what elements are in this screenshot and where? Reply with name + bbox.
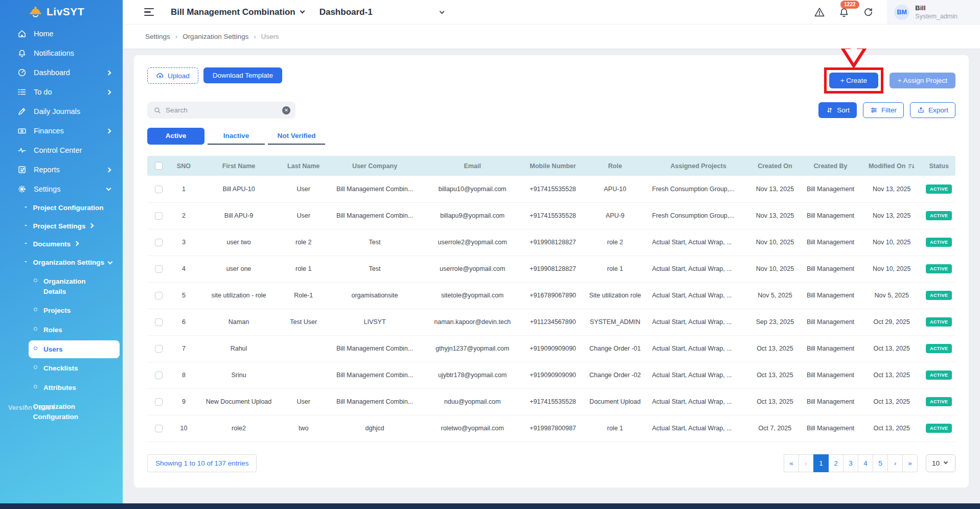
create-button[interactable]: + Create bbox=[829, 73, 878, 88]
table-row[interactable]: 5 site utilization - role Role-1 orgamis… bbox=[147, 282, 955, 309]
page-button[interactable]: 3 bbox=[843, 454, 858, 472]
table-row[interactable]: 7 Rahul Bill Management Combin... gthyjn… bbox=[147, 335, 955, 362]
page-button[interactable]: ‹ bbox=[799, 454, 814, 472]
export-button[interactable]: Export bbox=[910, 102, 955, 118]
tab-inactive[interactable]: Inactive bbox=[208, 128, 265, 145]
table-row[interactable]: 6 Naman Test User LIVSYT naman.kapoor@de… bbox=[147, 309, 955, 335]
sidebar-item-control-center[interactable]: Control Center bbox=[0, 141, 123, 160]
breadcrumb-settings[interactable]: Settings bbox=[145, 33, 170, 40]
row-checkbox[interactable] bbox=[155, 318, 163, 326]
sidebar-item-roles[interactable]: Roles bbox=[29, 321, 120, 339]
sidebar-item-projects[interactable]: Projects bbox=[29, 302, 120, 320]
page-button[interactable]: 1 bbox=[813, 454, 829, 472]
table-row[interactable]: 10 role2 two dghjcd roletwo@yopmail.com … bbox=[147, 415, 955, 442]
breadcrumb-organization-settings[interactable]: Organization Settings bbox=[183, 33, 248, 40]
sidebar-item-finances[interactable]: Finances bbox=[0, 121, 123, 141]
page-button[interactable]: 5 bbox=[873, 454, 888, 472]
table-row[interactable]: 2 Bill APU-9 User Bill Management Combin… bbox=[147, 202, 955, 229]
bullet-icon bbox=[34, 385, 37, 388]
sidebar-item-organization-settings[interactable]: Organization Settings bbox=[0, 253, 123, 272]
cell-created-by: Bill Management bbox=[800, 309, 861, 335]
row-checkbox[interactable] bbox=[155, 186, 163, 193]
row-checkbox[interactable] bbox=[155, 265, 163, 273]
sidebar-item-documents[interactable]: Documents bbox=[0, 235, 123, 253]
breadcrumb: Settings › Organization Settings › Users bbox=[123, 25, 980, 49]
export-icon bbox=[917, 106, 925, 114]
upload-button[interactable]: Upload bbox=[147, 67, 198, 84]
table-row[interactable]: 9 New Document Upload User Bill Manageme… bbox=[147, 388, 955, 415]
project-selector[interactable]: Bill Management Combination bbox=[171, 7, 306, 17]
table-row[interactable]: 1 Bill APU-10 User Bill Management Combi… bbox=[147, 176, 955, 202]
cell-created-on: Nov 10, 2025 bbox=[750, 229, 801, 256]
sidebar-item-settings[interactable]: Settings bbox=[0, 179, 123, 199]
sidebar-item-label: Attributes bbox=[43, 383, 76, 393]
tab-not-verified[interactable]: Not Verified bbox=[268, 128, 325, 145]
cell-created-by: Bill Management bbox=[800, 256, 861, 282]
cell-first-name: user one bbox=[198, 256, 280, 282]
sidebar-item-organization-details[interactable]: Organization Details bbox=[29, 272, 120, 300]
sidebar-item-daily-journals[interactable]: Daily Journals bbox=[0, 102, 123, 121]
search-input[interactable] bbox=[166, 106, 282, 114]
notification-bell-icon[interactable]: 1222 bbox=[838, 7, 850, 18]
download-template-button[interactable]: Download Template bbox=[203, 67, 282, 83]
cell-modified-on: Nov 5, 2025 bbox=[861, 282, 923, 309]
create-annotation-rect: + Create bbox=[824, 67, 883, 94]
tab-active[interactable]: Active bbox=[147, 128, 204, 145]
sidebar-item-home[interactable]: Home bbox=[0, 24, 123, 43]
row-checkbox[interactable] bbox=[155, 425, 163, 432]
row-checkbox[interactable] bbox=[155, 345, 163, 353]
dashboard-chevron-down-icon[interactable] bbox=[439, 9, 444, 14]
app-logo[interactable]: LivSYT bbox=[0, 0, 123, 21]
hardhat-icon bbox=[29, 6, 42, 18]
sidebar-item-organization-configuration[interactable]: Organization Configuration bbox=[0, 398, 123, 426]
cell-modified-on: Nov 10, 2025 bbox=[861, 229, 923, 256]
row-checkbox[interactable] bbox=[155, 239, 163, 246]
table-row[interactable]: 8 Srinu Bill Management Combin... ujybtr… bbox=[147, 362, 955, 388]
select-all-checkbox[interactable] bbox=[155, 162, 163, 170]
page-button[interactable]: « bbox=[784, 454, 799, 472]
filter-button[interactable]: Filter bbox=[863, 102, 904, 118]
cell-assigned-projects: Actual Start, Actual Wrap, ... bbox=[647, 256, 750, 282]
sidebar-item-todo[interactable]: To do bbox=[0, 82, 123, 102]
cell-modified-on: Oct 13, 2025 bbox=[861, 415, 923, 442]
sidebar-item-users[interactable]: Users bbox=[29, 340, 120, 359]
menu-toggle-icon[interactable] bbox=[144, 8, 154, 16]
row-checkbox[interactable] bbox=[155, 292, 163, 299]
user-menu[interactable]: BM Bill System_admin bbox=[887, 0, 980, 24]
row-checkbox[interactable] bbox=[155, 372, 163, 379]
page-button[interactable]: 2 bbox=[828, 454, 844, 472]
page-size-select[interactable]: 10 bbox=[926, 454, 955, 472]
page-button[interactable]: › bbox=[887, 454, 903, 472]
table-row[interactable]: 3 user two role 2 Test userrole2@yopmail… bbox=[147, 229, 955, 256]
sidebar-item-project-settings[interactable]: Project Settings bbox=[0, 217, 123, 236]
sidebar-item-label: Finances bbox=[34, 127, 100, 135]
warning-icon[interactable] bbox=[814, 7, 825, 18]
body-row: LivSYT Home Notifications Dashboard To d… bbox=[0, 0, 980, 503]
page-button[interactable]: 4 bbox=[858, 454, 873, 472]
annotation-arrow-icon bbox=[838, 49, 870, 69]
cell-mobile-number: +919090909090 bbox=[522, 362, 583, 388]
sidebar-item-reports[interactable]: Reports bbox=[0, 160, 123, 179]
sort-button[interactable]: Sort bbox=[818, 102, 857, 118]
assign-project-button[interactable]: + Assign Project bbox=[890, 73, 955, 88]
sidebar-item-checklists[interactable]: Checklists bbox=[29, 359, 120, 378]
cell-mobile-number: +917415535528 bbox=[522, 202, 583, 229]
sync-icon[interactable] bbox=[863, 7, 874, 17]
col-header-modified-on[interactable]: Modified On bbox=[861, 156, 923, 176]
table-row[interactable]: 4 user one role 1 Test userrole@yopmail.… bbox=[147, 256, 955, 282]
cell-mobile-number: +919908128827 bbox=[522, 229, 583, 256]
sort-descending-icon[interactable] bbox=[908, 164, 915, 169]
cell-assigned-projects: Actual Start, Actual Wrap, ... bbox=[647, 282, 750, 309]
clear-search-icon[interactable]: ✕ bbox=[282, 106, 290, 114]
sidebar-item-dashboard[interactable]: Dashboard bbox=[0, 63, 123, 82]
dashboard-selector[interactable]: Dashboard-1 bbox=[320, 7, 373, 17]
status-badge: ACTIVE bbox=[926, 184, 952, 194]
row-checkbox[interactable] bbox=[155, 212, 163, 220]
cell-role: Site utilization role bbox=[583, 282, 647, 309]
sidebar-item-project-configuration[interactable]: Project Configuration bbox=[0, 199, 123, 217]
sidebar-item-attributes[interactable]: Attributes bbox=[29, 379, 120, 397]
breadcrumb-users[interactable]: Users bbox=[261, 33, 279, 40]
sidebar-item-notifications[interactable]: Notifications bbox=[0, 43, 123, 63]
row-checkbox[interactable] bbox=[155, 398, 163, 406]
page-button[interactable]: » bbox=[902, 454, 918, 472]
